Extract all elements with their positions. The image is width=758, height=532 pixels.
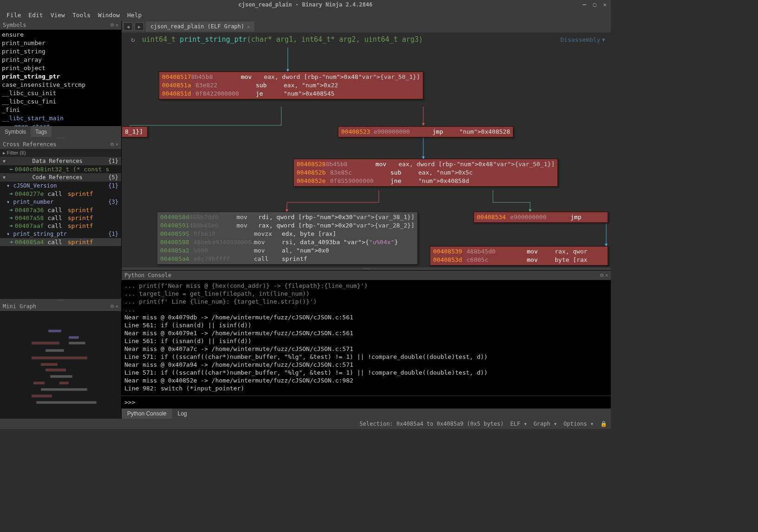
symbol-item[interactable]: _fini [2,106,119,114]
symbol-item[interactable]: ensure [2,31,119,39]
bb-408534[interactable]: 00408534e900000000jmp [473,212,608,223]
minigraph-header: Mini Graph ⧉✕ [0,302,121,311]
xref-code-item[interactable]: ➜00407a36callsprintf [0,206,121,214]
console-tabs: Python ConsoleLog [122,409,611,419]
menu-help[interactable]: Help [123,12,145,19]
tab-graph[interactable]: cjson_read_plain (ELF Graph)✕ [146,21,254,32]
minimize-icon[interactable]: — [581,1,588,8]
detach-icon[interactable]: ⧉ [110,304,114,309]
console-tab-log[interactable]: Log [172,409,193,419]
xref-code-item[interactable]: ➜0040277ecallsprintf [0,190,121,198]
bb-40858d[interactable]: 0040858d488b7dd0movrdi, qword [rbp-"num"… [157,212,418,265]
code-refs-section[interactable]: Code References{5} [0,173,121,182]
selection-status: Selection: 0x4085a4 to 0x4085a9 (0x5 byt… [360,421,504,427]
console-output[interactable]: ... print(f'Near miss @ {hex(cond_addr)}… [122,280,611,396]
view-toolbar: ◀ ▶ cjson_read_plain (ELF Graph)✕ [122,20,611,32]
xref-filter[interactable]: Filter (6) [0,149,121,157]
bb-408539[interactable]: 00408539488b45d0movrax, qwor0040853dc600… [430,246,608,266]
bb-408528[interactable]: 004085288b45b8moveax, dword [rbp-"num">0… [293,159,558,187]
console-input[interactable]: >>> [122,396,611,409]
graph-view[interactable]: ↻ uint64_t print_string_ptr(char* arg1, … [122,32,611,267]
symbol-item[interactable]: print_number [2,39,119,47]
detach-icon[interactable]: ⧉ [600,272,603,278]
xref-data-item[interactable]: ⬅0040c0b8 int32_t (* const s [0,165,121,173]
xref-group[interactable]: ▾ print_number{3} [0,198,121,206]
menu-edit[interactable]: Edit [25,12,46,19]
symbol-item[interactable]: _gmon_start_ [2,123,119,126]
lock-icon[interactable]: 🔒 [600,421,607,427]
console-tab-python-console[interactable]: Python Console [122,409,172,419]
nav-back-button[interactable]: ◀ [123,22,133,31]
tab-close-icon[interactable]: ✕ [247,24,250,29]
close-panel-icon[interactable]: ✕ [116,304,118,309]
symbol-list[interactable]: ensureprint_numberprint_stringprint_arra… [0,30,121,126]
menu-tools[interactable]: Tools [69,12,94,19]
window-title: cjson_read_plain - Binary Ninja 2.4.2846 [239,1,373,8]
close-icon[interactable]: ✕ [602,1,608,8]
nav-forward-button[interactable]: ▶ [135,22,144,31]
python-console-header: Python Console ⧉✕ [122,271,611,280]
symbol-item[interactable]: print_string_ptr [2,72,119,81]
symbols-panel-header: Symbols ⧉✕ [0,20,121,30]
symbol-item[interactable]: __libc_csu_fini [2,97,119,106]
xref-panel: Filter (6) Data References{1} ⬅0040c0b8 … [0,149,121,299]
close-panel-icon[interactable]: ✕ [605,272,608,278]
menubar: FileEditViewToolsWindowHelp [0,9,611,20]
minigraph[interactable] [0,311,121,419]
options-dropdown[interactable]: Options ▾ [564,421,594,427]
xref-group[interactable]: ▾ print_string_ptr{1} [0,230,121,238]
menu-view[interactable]: View [47,12,69,19]
symbol-item[interactable]: __libc_csu_init [2,89,119,97]
close-panel-icon[interactable]: ✕ [116,142,118,147]
symbols-tab-symbols[interactable]: Symbols [0,127,31,137]
xref-code-item[interactable]: ➜00407aafcallsprintf [0,222,121,230]
xref-panel-header: Cross References ⧉✕ [0,140,121,149]
detach-icon[interactable]: ⧉ [110,142,114,147]
symbol-item[interactable]: __libc_start_main [2,114,119,123]
menu-file[interactable]: File [3,12,25,19]
symbol-item[interactable]: case_insensitive_strcmp [2,81,119,89]
symbols-tabs: SymbolsTags [0,126,121,137]
close-panel-icon[interactable]: ✕ [116,22,118,28]
bb-408517[interactable]: 004085178b45b8moveax, dword [rbp-"num">0… [159,71,423,99]
xref-group[interactable]: ▾ cJSON_Version{1} [0,182,121,190]
menu-window[interactable]: Window [94,12,123,19]
xref-code-item[interactable]: ➜00407a58callsprintf [0,214,121,222]
data-refs-section[interactable]: Data References{1} [0,157,121,165]
maximize-icon[interactable]: ▢ [591,1,598,8]
elf-dropdown[interactable]: ELF ▾ [510,421,527,427]
view-mode-dropdown[interactable]: Disassembly ▾ [560,36,605,43]
refresh-icon[interactable]: ↻ [131,35,135,44]
graph-dropdown[interactable]: Graph ▾ [533,421,557,427]
symbol-item[interactable]: print_string [2,47,119,56]
symbol-item[interactable]: print_array [2,56,119,64]
function-signature: ↻ uint64_t print_string_ptr(char* arg1, … [131,35,423,44]
symbol-item[interactable]: print_object [2,64,119,72]
detach-icon[interactable]: ⧉ [110,22,114,28]
statusbar: Selection: 0x4085a4 to 0x4085a9 (0x5 byt… [0,419,611,429]
bb-408523[interactable]: 00408523e900000000jmp"num">0x408528 [338,126,513,137]
bb-partial[interactable]: 8_1}] [122,126,148,137]
symbols-tab-tags[interactable]: Tags [31,127,52,137]
xref-code-item[interactable]: ➜004085a4callsprintf [0,238,121,246]
